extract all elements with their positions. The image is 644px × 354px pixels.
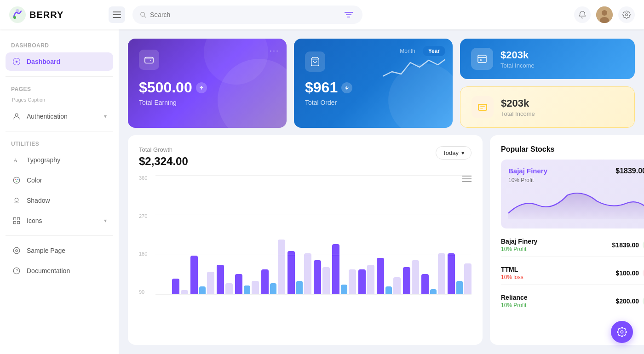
bar-purple (358, 269, 366, 295)
sidebar-section-pages: Pages (6, 82, 113, 94)
gear-icon (622, 11, 631, 19)
chart-title-area: Total Growth $2,324.00 (139, 146, 188, 168)
earning-card-icon (139, 50, 159, 70)
ttml-stock-profit: 10% loss (501, 274, 523, 280)
sidebar-item-authentication[interactable]: Authentication ▾ (6, 107, 113, 126)
y-label: 180 (139, 251, 147, 257)
bar-purple (172, 279, 179, 295)
notification-button[interactable] (574, 6, 591, 23)
avatar[interactable] (596, 6, 613, 23)
stock-row-ttml: TTML 10% loss $100.00 ▼ (501, 262, 644, 285)
earning-card-more-button[interactable]: ··· (270, 46, 279, 56)
bar-group (172, 279, 188, 295)
income-blue-icon (471, 48, 493, 70)
search-bar (132, 6, 362, 24)
bar-light (181, 290, 188, 295)
svg-point-24 (14, 202, 19, 203)
featured-stock-card: Bajaj Finery $1839.00 10% Profit (501, 160, 644, 228)
bar-blue (199, 286, 206, 295)
chart-card: Total Growth $2,324.00 Today ▾ (128, 135, 483, 345)
svg-point-1 (16, 9, 19, 13)
sidebar-item-sample-page[interactable]: Sample Page (6, 241, 113, 260)
sidebar-section-utilities: Utilities (6, 137, 113, 149)
sidebar-item-dashboard[interactable]: Dashboard (6, 52, 113, 71)
svg-rect-27 (13, 222, 16, 224)
svg-point-17 (15, 114, 18, 116)
search-filter-button[interactable] (342, 7, 355, 22)
sidebar: Dashboard Dashboard Pages Pages Caption … (0, 29, 119, 354)
bar-blue (270, 283, 276, 295)
income-yellow-icon (472, 96, 494, 118)
sidebar-item-color[interactable]: Color (6, 171, 113, 189)
main-content: ··· $500.00 Total Earning Month Year (119, 29, 644, 354)
reliance-stock-right: $200.00 ▲ (615, 296, 644, 307)
y-label: 90 (139, 289, 147, 295)
svg-text:?: ? (16, 269, 18, 273)
bar-blue (341, 285, 347, 295)
featured-stock-header: Bajaj Finery $1839.00 (508, 167, 644, 175)
sidebar-divider-1 (6, 76, 113, 77)
bar-group (377, 258, 401, 295)
income-blue-card: $203k Total Income (460, 39, 635, 79)
svg-point-0 (9, 6, 26, 23)
bell-icon (578, 11, 586, 19)
logo-text: BERRY (29, 10, 63, 20)
bajaj-stock-profit: 10% Profit (501, 246, 537, 252)
settings-button[interactable] (618, 6, 635, 23)
stocks-card: Popular Stocks ··· Bajaj Finery $1839.00… (490, 135, 644, 345)
svg-text:A: A (13, 157, 17, 164)
svg-rect-4 (113, 14, 121, 15)
menu-button[interactable] (109, 6, 125, 23)
bar-purple (235, 274, 242, 295)
svg-rect-38 (478, 104, 487, 110)
bar-purple (190, 256, 198, 295)
earning-trend-icon (196, 82, 207, 93)
featured-stock-price: $1839.00 (615, 167, 644, 175)
bar-light (278, 240, 285, 295)
sample-page-icon (12, 246, 21, 255)
chart-header: Total Growth $2,324.00 Today ▾ (139, 146, 472, 168)
bajaj-stock-price: $1839.00 (612, 241, 639, 249)
hamburger-icon (113, 11, 121, 18)
svg-point-19 (13, 177, 20, 183)
search-input[interactable] (150, 11, 339, 18)
bar-light (252, 281, 259, 295)
sidebar-item-icons[interactable]: Icons ▾ (6, 211, 113, 230)
bar-light (393, 277, 401, 295)
svg-point-23 (15, 198, 18, 202)
svg-point-2 (13, 16, 16, 19)
bar-light (412, 260, 419, 295)
stock-info-reliance: Reliance 10% Profit (501, 294, 528, 308)
documentation-icon: ? (12, 266, 21, 275)
user-avatar-icon (596, 6, 613, 23)
fab-gear-icon (617, 327, 627, 337)
fab-button[interactable] (611, 321, 633, 343)
order-wave-chart (372, 42, 445, 120)
bar-group (403, 260, 419, 295)
svg-point-14 (626, 14, 628, 16)
bajaj-stock-name: Bajaj Finery (501, 238, 537, 245)
stocks-header: Popular Stocks ··· (501, 144, 644, 154)
svg-point-12 (602, 10, 607, 16)
bar-light (322, 267, 330, 295)
shadow-icon (12, 196, 21, 205)
bar-purple (448, 253, 455, 295)
bar-group (314, 260, 330, 295)
sidebar-item-typography[interactable]: A Typography (6, 151, 113, 169)
header: BERRY (0, 0, 644, 29)
bar-purple (261, 269, 269, 295)
shopping-bag-icon (310, 57, 320, 67)
today-button[interactable]: Today ▾ (436, 146, 472, 160)
bar-blue (456, 281, 463, 295)
bar-light (464, 263, 472, 295)
bar-purple (403, 267, 410, 295)
sidebar-item-documentation[interactable]: ? Documentation (6, 262, 113, 280)
total-order-card: Month Year $961 Total Order (294, 39, 453, 128)
svg-rect-25 (13, 217, 16, 220)
icons-chevron-down-icon: ▾ (104, 217, 107, 224)
sidebar-item-shadow[interactable]: Shadow (6, 191, 113, 210)
income-blue-amount: $203k (500, 49, 535, 61)
svg-rect-39 (480, 106, 485, 107)
wallet-icon (144, 55, 154, 65)
featured-stock-profit: 10% Profit (508, 177, 644, 183)
